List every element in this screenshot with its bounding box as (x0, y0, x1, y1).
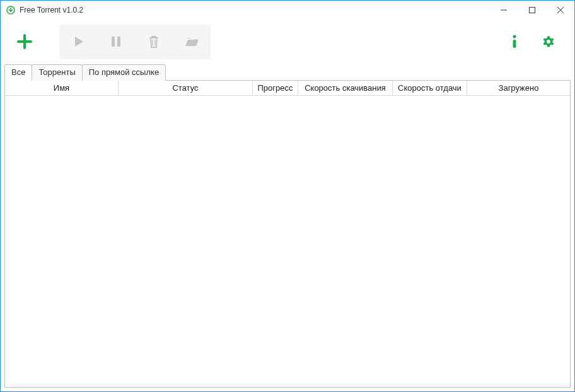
settings-button[interactable] (533, 25, 564, 59)
svg-point-6 (547, 40, 550, 43)
close-button[interactable] (546, 1, 574, 20)
tab-bar: Все Торренты По прямой ссылке (1, 64, 574, 80)
maximize-button[interactable] (518, 1, 546, 20)
tab-label: Торренты (38, 67, 75, 77)
play-button[interactable] (59, 25, 97, 59)
window-title: Free Torrent v1.0.2 (20, 6, 83, 14)
open-folder-button[interactable] (173, 25, 211, 59)
table-header: Имя Статус Прогресс Скорость скачивания … (5, 81, 570, 96)
column-header-progress[interactable]: Прогресс (253, 81, 298, 95)
play-icon (71, 35, 85, 49)
tab-direct-link[interactable]: По прямой ссылке (82, 64, 166, 81)
table-body[interactable] (5, 96, 570, 387)
tab-label: Все (11, 67, 25, 77)
pause-icon (110, 35, 122, 49)
column-header-name[interactable]: Имя (5, 81, 119, 95)
column-header-status[interactable]: Статус (119, 81, 253, 95)
column-header-loaded[interactable]: Загружено (467, 81, 570, 95)
toolbar-group (59, 25, 211, 59)
svg-rect-5 (513, 40, 516, 48)
gear-icon (542, 35, 555, 49)
column-header-download-speed[interactable]: Скорость скачивания (298, 81, 393, 95)
svg-point-4 (513, 35, 516, 38)
download-table: Имя Статус Прогресс Скорость скачивания … (4, 80, 571, 388)
info-icon (511, 34, 518, 49)
pause-button[interactable] (97, 25, 135, 59)
svg-rect-2 (112, 37, 115, 47)
add-button[interactable] (7, 25, 42, 59)
svg-rect-3 (117, 37, 120, 47)
folder-icon (184, 35, 199, 48)
tab-all[interactable]: Все (4, 64, 32, 81)
app-icon (6, 5, 16, 15)
trash-icon (148, 35, 160, 49)
info-button[interactable] (499, 25, 530, 59)
toolbar (1, 20, 574, 64)
plus-icon (16, 33, 33, 50)
minimize-button[interactable] (489, 1, 518, 20)
titlebar: Free Torrent v1.0.2 (1, 1, 574, 20)
tab-label: По прямой ссылке (89, 67, 159, 77)
column-header-upload-speed[interactable]: Скорость отдачи (393, 81, 467, 95)
tab-torrents[interactable]: Торренты (32, 64, 82, 81)
svg-rect-1 (529, 8, 535, 13)
delete-button[interactable] (135, 25, 173, 59)
